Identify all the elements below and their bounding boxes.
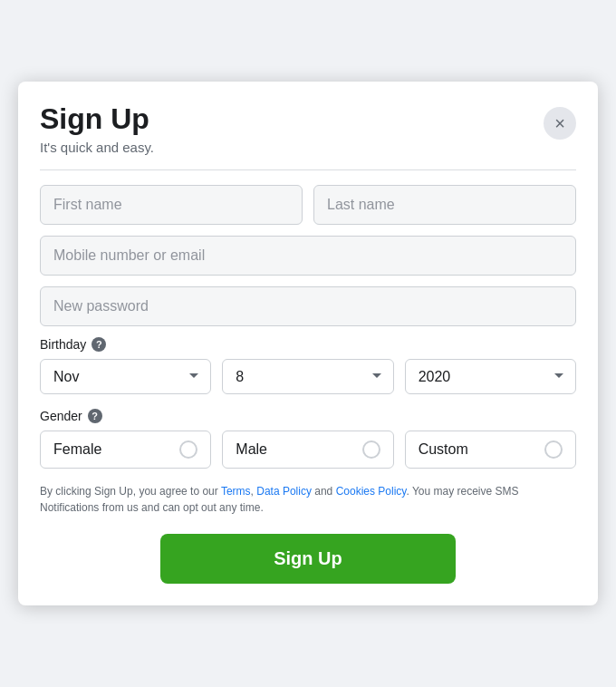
birthday-month-select[interactable]: Jan Feb Mar Apr May Jun Jul Aug Sep Oct … — [40, 359, 211, 394]
modal-header: Sign Up It's quick and easy. × — [40, 103, 576, 154]
gender-female-label: Female — [53, 441, 101, 458]
gender-female-radio[interactable] — [179, 440, 197, 459]
gender-section: Gender ? Female Male Custom — [40, 409, 576, 469]
gender-option-custom[interactable]: Custom — [405, 431, 576, 469]
terms-link[interactable]: Terms — [221, 485, 251, 498]
terms-prefix: By clicking Sign Up, you agree to our — [40, 485, 221, 498]
gender-option-female[interactable]: Female — [40, 431, 211, 469]
signup-modal: Sign Up It's quick and easy. × Birthday … — [18, 82, 598, 605]
birthday-label: Birthday ? — [40, 337, 576, 352]
last-name-input[interactable] — [313, 185, 576, 225]
birthday-help-icon[interactable]: ? — [91, 337, 106, 352]
close-button[interactable]: × — [544, 107, 576, 140]
data-policy-link[interactable]: Data Policy — [256, 485, 312, 498]
birthday-selects: Jan Feb Mar Apr May Jun Jul Aug Sep Oct … — [40, 359, 576, 394]
signup-button[interactable]: Sign Up — [160, 534, 456, 584]
mobile-email-input[interactable] — [40, 236, 576, 276]
gender-option-male[interactable]: Male — [222, 431, 393, 469]
title-block: Sign Up It's quick and easy. — [40, 103, 154, 154]
password-input[interactable] — [40, 286, 576, 326]
gender-custom-radio[interactable] — [544, 440, 563, 459]
modal-subtitle: It's quick and easy. — [40, 140, 154, 155]
first-name-input[interactable] — [40, 185, 303, 225]
gender-male-label: Male — [236, 441, 267, 458]
mobile-row — [40, 236, 576, 276]
cookies-policy-link[interactable]: Cookies Policy — [336, 485, 407, 498]
terms-text: By clicking Sign Up, you agree to our Te… — [40, 483, 576, 516]
name-row — [40, 185, 576, 225]
birthday-year-select[interactable]: 2020 2019 2018 2017 2016 2015 2010 2005 … — [405, 359, 576, 394]
gender-male-radio[interactable] — [362, 440, 380, 459]
gender-options: Female Male Custom — [40, 431, 576, 469]
gender-label: Gender ? — [40, 409, 576, 423]
terms-and: and — [312, 485, 336, 498]
birthday-day-select[interactable]: 1 2 3 4 5 6 7 8 9 10 11 12 13 14 15 16 1… — [222, 359, 393, 394]
modal-title: Sign Up — [40, 103, 154, 135]
gender-custom-label: Custom — [419, 441, 468, 458]
password-row — [40, 286, 576, 326]
birthday-section: Birthday ? Jan Feb Mar Apr May Jun Jul A… — [40, 337, 576, 394]
gender-help-icon[interactable]: ? — [88, 409, 102, 423]
header-divider — [40, 169, 576, 170]
